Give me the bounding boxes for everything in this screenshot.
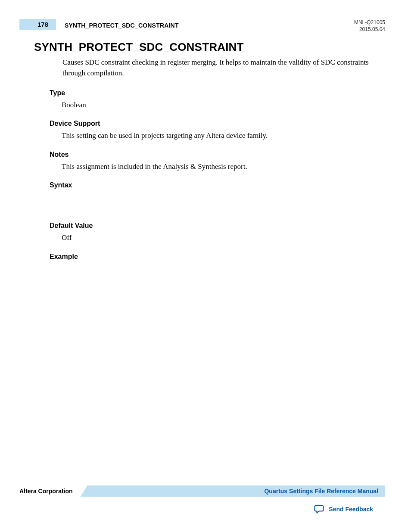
section-heading-default-value: Default Value: [50, 222, 385, 230]
section-device-support: Device Support This setting can be used …: [50, 120, 385, 141]
page-footer: Altera Corporation Quartus Settings File…: [19, 485, 385, 514]
header-topic: SYNTH_PROTECT_SDC_CONSTRAINT: [65, 20, 179, 29]
section-body-default-value: Off: [62, 232, 385, 243]
intro-paragraph: Causes SDC constraint checking in regist…: [62, 57, 372, 78]
page-header: 178 SYNTH_PROTECT_SDC_CONSTRAINT MNL-Q21…: [19, 19, 385, 33]
section-body-device-support: This setting can be used in projects tar…: [62, 130, 385, 141]
section-notes: Notes This assignment is included in the…: [50, 151, 385, 172]
page-body: Causes SDC constraint checking in regist…: [62, 57, 372, 78]
speech-bubble-icon: [314, 504, 324, 514]
doc-id: MNL-Q21005: [354, 19, 385, 26]
header-right-group: MNL-Q21005 2015.05.04: [354, 19, 385, 33]
section-default-value: Default Value Off: [50, 222, 385, 243]
page-title: SYNTH_PROTECT_SDC_CONSTRAINT: [34, 40, 385, 54]
section-body-type: Boolean: [62, 100, 385, 111]
section-syntax: Syntax: [50, 181, 385, 222]
document-page: 178 SYNTH_PROTECT_SDC_CONSTRAINT MNL-Q21…: [0, 0, 411, 532]
footer-bar: Altera Corporation Quartus Settings File…: [19, 485, 385, 497]
footer-company: Altera Corporation: [19, 488, 81, 495]
header-left-group: 178 SYNTH_PROTECT_SDC_CONSTRAINT: [19, 19, 179, 30]
section-heading-example: Example: [50, 253, 385, 261]
section-heading-syntax: Syntax: [50, 181, 385, 189]
section-body-syntax: [50, 192, 385, 222]
section-heading-device-support: Device Support: [50, 120, 385, 128]
feedback-row: Send Feedback: [19, 504, 385, 514]
footer-ribbon: Quartus Settings File Reference Manual: [81, 485, 385, 497]
section-heading-notes: Notes: [50, 151, 385, 159]
section-heading-type: Type: [50, 89, 385, 97]
sections: Type Boolean Device Support This setting…: [50, 89, 385, 261]
section-body-notes: This assignment is included in the Analy…: [62, 161, 385, 172]
send-feedback-link[interactable]: Send Feedback: [329, 506, 373, 513]
doc-date: 2015.05.04: [354, 26, 385, 33]
page-number-badge: 178: [19, 19, 56, 30]
section-type: Type Boolean: [50, 89, 385, 111]
section-example: Example: [50, 253, 385, 261]
manual-link[interactable]: Quartus Settings File Reference Manual: [264, 488, 378, 495]
